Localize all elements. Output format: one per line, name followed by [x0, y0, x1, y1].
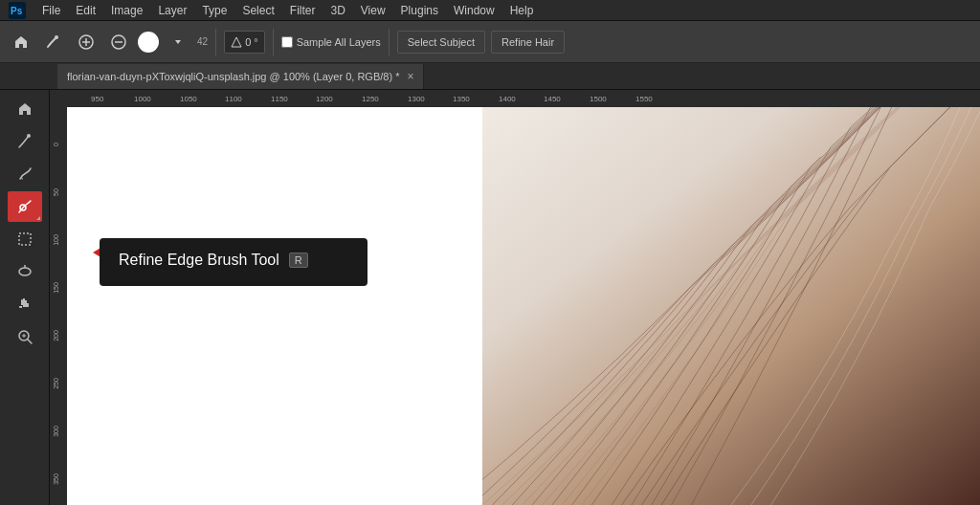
svg-text:200: 200 [53, 330, 59, 341]
svg-line-16 [28, 340, 32, 343]
tool-lasso[interactable] [8, 256, 42, 287]
tool-selection[interactable] [8, 224, 42, 254]
ruler-left: 0 50 100 150 200 250 300 350 400 [50, 90, 67, 505]
menu-select[interactable]: Select [236, 2, 279, 19]
svg-marker-9 [232, 37, 241, 47]
degree-symbol: ° [254, 36, 257, 48]
brush-preview-icon[interactable] [40, 29, 67, 55]
tool-triangle [36, 216, 40, 220]
menu-file[interactable]: File [36, 2, 66, 19]
tooltip-popup: Refine Edge Brush Tool R [100, 238, 368, 286]
tools-panel [0, 90, 50, 505]
brush-size-value: 42 [197, 36, 208, 47]
separator-1 [215, 29, 216, 55]
menu-bar: Ps File Edit Image Layer Type Select Fil… [0, 0, 980, 21]
tooltip-tool-name: Refine Edge Brush Tool [119, 252, 279, 269]
svg-text:350: 350 [53, 473, 59, 485]
tool-refine-edge-brush[interactable] [8, 191, 42, 222]
increase-brush-size-button[interactable] [73, 29, 100, 55]
angle-value: 0 [245, 36, 251, 48]
svg-marker-8 [175, 40, 181, 44]
tool-hand[interactable] [8, 289, 42, 319]
decrease-brush-size-button[interactable] [105, 29, 132, 55]
ruler-mark-1450: 1450 [544, 95, 561, 103]
ruler-mark-1050: 1050 [180, 95, 197, 103]
options-toolbar: 42 0 ° Sample All Layers Select Subject … [0, 21, 980, 63]
menu-layer[interactable]: Layer [152, 2, 192, 19]
menu-filter[interactable]: Filter [284, 2, 322, 19]
ruler-mark-1250: 1250 [362, 95, 379, 103]
main-area: 950 1000 1050 1100 1150 1200 1250 1300 1… [0, 90, 980, 505]
refine-hair-button[interactable]: Refine Hair [491, 31, 565, 54]
tool-brush[interactable] [8, 126, 42, 157]
menu-edit[interactable]: Edit [70, 2, 101, 19]
select-subject-button[interactable]: Select Subject [397, 31, 485, 54]
canvas-content [67, 107, 980, 505]
menu-plugins[interactable]: Plugins [395, 2, 444, 19]
ruler-marks-container: 950 1000 1050 1100 1150 1200 1250 1300 1… [67, 90, 980, 107]
sample-all-layers-label[interactable]: Sample All Layers [281, 36, 381, 48]
ruler-mark-1350: 1350 [453, 95, 470, 103]
tool-smudge[interactable] [8, 159, 42, 189]
separator-3 [389, 29, 390, 55]
svg-rect-28 [482, 107, 980, 505]
tab-close-button[interactable]: × [407, 71, 413, 82]
menu-3d[interactable]: 3D [324, 2, 350, 19]
brush-circle-preview [138, 32, 159, 53]
document-tab[interactable]: florian-van-duyn-pXToxwjqliQ-unsplash.jp… [57, 64, 424, 89]
svg-text:100: 100 [53, 234, 59, 246]
svg-text:300: 300 [53, 426, 59, 437]
tool-zoom[interactable] [8, 321, 42, 352]
svg-text:50: 50 [53, 188, 59, 196]
ruler-mark-1500: 1500 [590, 95, 607, 103]
ruler-mark-1000: 1000 [134, 95, 151, 103]
canvas-area: 950 1000 1050 1100 1150 1200 1250 1300 1… [50, 90, 980, 505]
tooltip-title: Refine Edge Brush Tool R [119, 252, 348, 269]
ruler-mark-1150: 1150 [271, 95, 288, 103]
svg-point-2 [55, 35, 58, 39]
menu-view[interactable]: View [355, 2, 391, 19]
ps-logo: Ps [8, 1, 27, 20]
menu-window[interactable]: Window [448, 2, 501, 19]
svg-text:250: 250 [53, 378, 59, 389]
tool-home[interactable] [8, 94, 42, 124]
ruler-mark-1100: 1100 [225, 95, 242, 103]
sample-all-layers-checkbox[interactable] [281, 36, 293, 48]
separator-2 [273, 29, 274, 55]
menu-image[interactable]: Image [105, 2, 148, 19]
angle-display: 0 ° [224, 31, 265, 54]
menu-help[interactable]: Help [504, 2, 540, 19]
tooltip-shortcut-key: R [289, 252, 308, 268]
brush-dropdown-button[interactable] [165, 29, 191, 55]
svg-point-13 [19, 268, 31, 275]
ruler-top: 950 1000 1050 1100 1150 1200 1250 1300 1… [67, 90, 980, 107]
svg-text:150: 150 [53, 282, 59, 294]
sample-all-layers-text: Sample All Layers [297, 36, 381, 48]
ruler-mark-1400: 1400 [499, 95, 516, 103]
svg-text:0: 0 [53, 143, 59, 146]
ruler-mark-1200: 1200 [316, 95, 333, 103]
ruler-mark-950: 950 [91, 95, 103, 103]
tab-filename: florian-van-duyn-pXToxwjqliQ-unsplash.jp… [67, 71, 399, 82]
svg-rect-12 [19, 233, 31, 245]
svg-text:Ps: Ps [11, 6, 23, 16]
hair-image [482, 107, 980, 505]
svg-point-10 [27, 134, 31, 138]
ruler-mark-1550: 1550 [635, 95, 653, 103]
tab-bar: florian-van-duyn-pXToxwjqliQ-unsplash.jp… [0, 63, 980, 90]
ruler-mark-1300: 1300 [408, 95, 425, 103]
menu-type[interactable]: Type [196, 2, 233, 19]
home-toolbar-icon[interactable] [8, 29, 34, 55]
